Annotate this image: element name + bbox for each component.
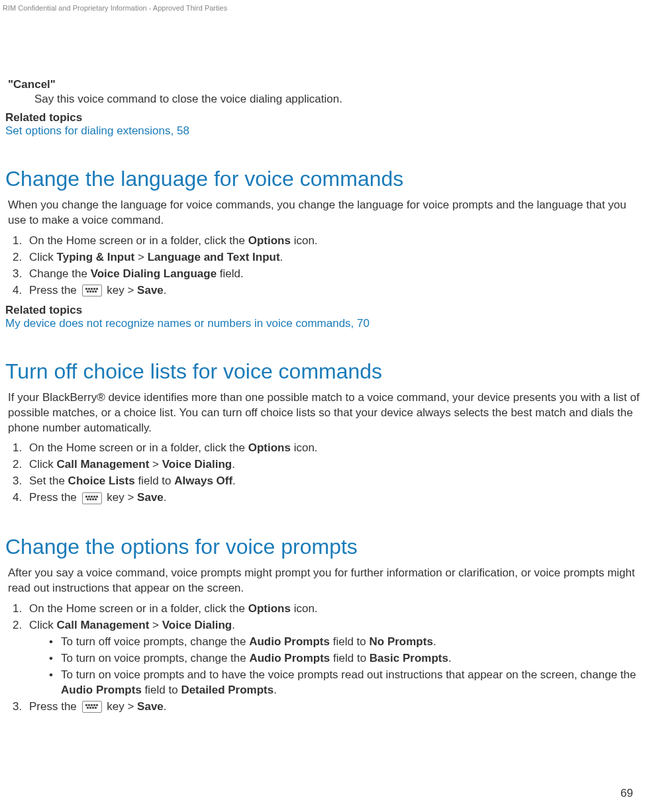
- section3-step1: On the Home screen or in a folder, click…: [25, 602, 640, 617]
- section1-intro: When you change the language for voice c…: [5, 198, 640, 228]
- related-topics-heading-2: Related topics: [5, 304, 640, 317]
- menu-key-icon: [82, 701, 102, 713]
- section-heading-voice-prompts: Change the options for voice prompts: [5, 535, 640, 559]
- section1-step2: Click Typing & Input > Language and Text…: [25, 250, 640, 265]
- menu-key-icon: [82, 492, 102, 504]
- page-content: "Cancel" Say this voice command to close…: [0, 12, 645, 715]
- section2-intro: If your BlackBerry® device identifies mo…: [5, 390, 640, 436]
- section1-steps: On the Home screen or in a folder, click…: [5, 234, 640, 298]
- section3-bullet2: To turn on voice prompts, change the Aud…: [49, 651, 640, 666]
- menu-key-icon: [82, 285, 102, 296]
- section2-step3: Set the Choice Lists field to Always Off…: [25, 474, 640, 489]
- cancel-term: "Cancel": [5, 78, 640, 91]
- section3-step3: Press the key > Save.: [25, 699, 640, 715]
- related-topics-heading-1: Related topics: [5, 111, 640, 124]
- cancel-definition: Say this voice command to close the voic…: [5, 93, 640, 106]
- section-heading-choice-lists: Turn off choice lists for voice commands: [5, 359, 640, 384]
- section3-intro: After you say a voice command, voice pro…: [5, 566, 640, 596]
- section2-step1: On the Home screen or in a folder, click…: [25, 441, 640, 456]
- section3-bullet1: To turn off voice prompts, change the Au…: [49, 635, 640, 650]
- section2-step4: Press the key > Save.: [25, 490, 640, 506]
- section3-bullet3: To turn on voice prompts and to have the…: [49, 668, 640, 698]
- section3-steps: On the Home screen or in a folder, click…: [5, 602, 640, 715]
- section2-steps: On the Home screen or in a folder, click…: [5, 441, 640, 506]
- section1-step4: Press the key > Save.: [25, 283, 640, 298]
- page-number: 69: [620, 787, 633, 800]
- section3-bullets: To turn off voice prompts, change the Au…: [29, 635, 640, 698]
- header-confidential-note: RIM Confidential and Proprietary Informa…: [0, 0, 645, 12]
- section2-step2: Click Call Management > Voice Dialing.: [25, 457, 640, 473]
- related-link-extensions[interactable]: Set options for dialing extensions, 58: [5, 124, 189, 137]
- section1-step1: On the Home screen or in a folder, click…: [25, 234, 640, 249]
- section3-step2: Click Call Management > Voice Dialing. T…: [25, 618, 640, 698]
- section1-step3: Change the Voice Dialing Language field.: [25, 267, 640, 282]
- section-heading-change-language: Change the language for voice commands: [5, 167, 640, 191]
- related-link-not-recognize[interactable]: My device does not recognize names or nu…: [5, 317, 370, 330]
